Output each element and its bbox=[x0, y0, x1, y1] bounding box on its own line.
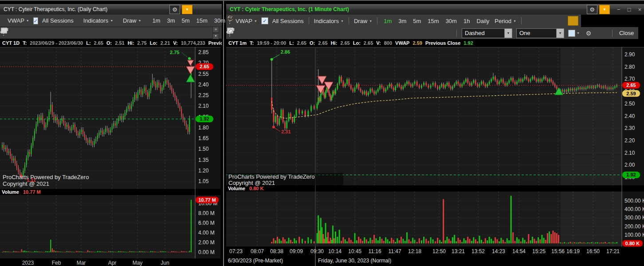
draw-dropdown[interactable]: Draw▼ bbox=[354, 18, 372, 24]
toolbar-separator bbox=[456, 30, 457, 37]
chevron-down-icon: ▼ bbox=[110, 19, 113, 22]
rect-filled-icon[interactable] bbox=[414, 29, 424, 38]
rounded-rect-outline-icon[interactable] bbox=[200, 28, 208, 37]
channel-icon[interactable] bbox=[98, 28, 107, 37]
ohlc-segment: Hi: bbox=[128, 40, 134, 46]
zoom-in-icon[interactable] bbox=[540, 16, 550, 25]
timeframe-3m[interactable]: 3m bbox=[167, 17, 175, 24]
svg-text:2.40: 2.40 bbox=[198, 82, 209, 88]
svg-text:2.55: 2.55 bbox=[198, 71, 209, 77]
minute-main-toolbar: VWAP▼✓All SessionsIndicators▼Draw▼1m3m5m… bbox=[226, 15, 581, 27]
chevron-down-icon: ▼ bbox=[341, 20, 344, 23]
cross-tool-icon[interactable] bbox=[73, 28, 82, 37]
rounded-rect-outline-icon[interactable] bbox=[442, 29, 452, 38]
parallel-lines-icon[interactable] bbox=[318, 29, 328, 38]
timeframe-3m[interactable]: 3m bbox=[398, 18, 406, 24]
panel-menu-button[interactable]: ▼ bbox=[182, 5, 192, 14]
maximize-button[interactable]: □ bbox=[628, 5, 631, 14]
ohlc-segment: 2.21 bbox=[161, 40, 170, 46]
extended-line-icon[interactable] bbox=[291, 29, 300, 38]
ray-icon[interactable] bbox=[277, 29, 287, 38]
chevron-down-icon[interactable]: ▼ bbox=[504, 29, 512, 38]
timeframe-30m[interactable]: 30m bbox=[446, 18, 457, 24]
chevron-down-icon: ▼ bbox=[513, 20, 516, 23]
indicators-dropdown[interactable]: Indicators▼ bbox=[83, 17, 113, 24]
timeframe-daily[interactable]: Daily bbox=[476, 18, 489, 24]
zigzag-icon[interactable] bbox=[359, 29, 369, 38]
line-style-select[interactable]: Dashed▼ bbox=[462, 28, 512, 38]
daily-titlebar[interactable]: CYT : Cyteir Therapeutics, Inc. (Daily C… bbox=[0, 4, 222, 15]
gear-outline-icon[interactable]: ⚙ bbox=[584, 29, 593, 38]
chevron-down-icon: ▼ bbox=[138, 19, 141, 22]
close-drawing-button[interactable]: Close bbox=[617, 30, 636, 36]
rect-outline-icon[interactable] bbox=[401, 29, 410, 38]
svg-text:09:30: 09:30 bbox=[310, 248, 324, 254]
period-dropdown[interactable]: Period▼ bbox=[495, 18, 516, 24]
all-sessions-checkbox[interactable]: ✓ bbox=[261, 17, 268, 24]
fibonacci-icon[interactable]: F bbox=[149, 28, 158, 37]
timeframe-5m[interactable]: 5m bbox=[182, 17, 190, 24]
svg-text:15:56: 15:56 bbox=[551, 248, 565, 254]
color-picker[interactable]: ▼ bbox=[568, 30, 580, 37]
close-button[interactable]: × bbox=[638, 5, 641, 14]
minute-titlebar[interactable]: CYT : Cyteir Therapeutics, Inc. (1 Minut… bbox=[226, 4, 644, 15]
indicators-dropdown[interactable]: Indicators▼ bbox=[314, 18, 344, 24]
trendline-icon[interactable] bbox=[236, 29, 245, 38]
cross-tool-icon[interactable] bbox=[304, 29, 314, 38]
color-swatch[interactable] bbox=[568, 30, 575, 37]
parallel-lines-icon[interactable] bbox=[86, 28, 94, 37]
horizontal-line-icon[interactable] bbox=[22, 28, 31, 37]
settings-gear-button[interactable]: ⚙ bbox=[587, 5, 597, 14]
disjoint-channel-icon[interactable] bbox=[346, 29, 355, 38]
chevron-down-icon[interactable]: ▼ bbox=[556, 29, 564, 38]
overflow-menu-icon[interactable]: ▼ bbox=[212, 33, 219, 39]
eraser-icon[interactable] bbox=[597, 29, 607, 38]
timeframe-1h[interactable]: 1h bbox=[463, 18, 470, 24]
undo-icon[interactable] bbox=[554, 16, 564, 25]
minimize-button[interactable]: − bbox=[617, 5, 620, 14]
overflow-right-icon[interactable]: » bbox=[212, 27, 219, 33]
ohlc-segment: 2.65 bbox=[340, 40, 349, 46]
timeframe-15m[interactable]: 15m bbox=[428, 18, 439, 24]
svg-text:200.00 K: 200.00 K bbox=[624, 223, 644, 230]
vwap-dropdown[interactable]: VWAP▼ bbox=[8, 17, 29, 24]
zoom-alert-icon[interactable] bbox=[568, 16, 578, 26]
horizontal-line-icon[interactable] bbox=[249, 29, 259, 38]
vwap-dropdown[interactable]: VWAP▼ bbox=[236, 18, 257, 24]
channel-icon[interactable] bbox=[332, 29, 342, 38]
rounded-rect-filled-icon[interactable] bbox=[428, 29, 438, 38]
disjoint-channel-icon[interactable] bbox=[111, 28, 120, 37]
draw-dropdown[interactable]: Draw▼ bbox=[123, 17, 141, 24]
panel-divider[interactable] bbox=[223, 0, 224, 266]
zigzag-icon[interactable] bbox=[123, 28, 132, 37]
timeframe-5m[interactable]: 5m bbox=[413, 18, 421, 24]
extended-line-icon[interactable] bbox=[60, 28, 69, 37]
ray-icon[interactable] bbox=[47, 28, 56, 37]
text-tool-icon[interactable]: T bbox=[35, 28, 43, 37]
svg-text:2.30: 2.30 bbox=[624, 125, 635, 131]
timeframe-1m[interactable]: 1m bbox=[384, 18, 392, 24]
text-tool-icon[interactable]: T bbox=[263, 29, 273, 38]
rounded-rect-filled-icon[interactable] bbox=[187, 28, 196, 37]
fibonacci-icon[interactable]: F bbox=[387, 29, 397, 38]
panel-menu-button[interactable]: ▼ bbox=[599, 5, 610, 14]
zoom-out-icon[interactable] bbox=[526, 16, 536, 25]
settings-gear-button[interactable]: ⚙ bbox=[169, 5, 180, 14]
toolbar-separator bbox=[377, 17, 377, 24]
rect-filled-icon[interactable] bbox=[174, 28, 183, 37]
app-top-border bbox=[0, 0, 644, 1]
svg-text:15:25: 15:25 bbox=[532, 248, 546, 254]
toolbar-overflow-control[interactable]: »▼ bbox=[212, 27, 219, 39]
timeframe-15m[interactable]: 15m bbox=[196, 17, 208, 24]
all-sessions-checkbox[interactable]: ✓ bbox=[33, 17, 38, 24]
zigzag-plus-icon[interactable] bbox=[136, 28, 145, 37]
svg-text:Friday, June 30, 2023 (Normal): Friday, June 30, 2023 (Normal) bbox=[318, 258, 391, 264]
trendline-icon[interactable] bbox=[9, 28, 18, 37]
svg-text:08:07: 08:07 bbox=[251, 248, 264, 254]
rect-outline-icon[interactable] bbox=[161, 28, 170, 37]
line-width-select[interactable]: One▼ bbox=[516, 28, 564, 38]
svg-text:0.80 K: 0.80 K bbox=[625, 241, 640, 246]
zigzag-plus-icon[interactable] bbox=[373, 29, 383, 38]
svg-text:0.00 M: 0.00 M bbox=[198, 249, 215, 255]
timeframe-1m[interactable]: 1m bbox=[152, 17, 160, 24]
